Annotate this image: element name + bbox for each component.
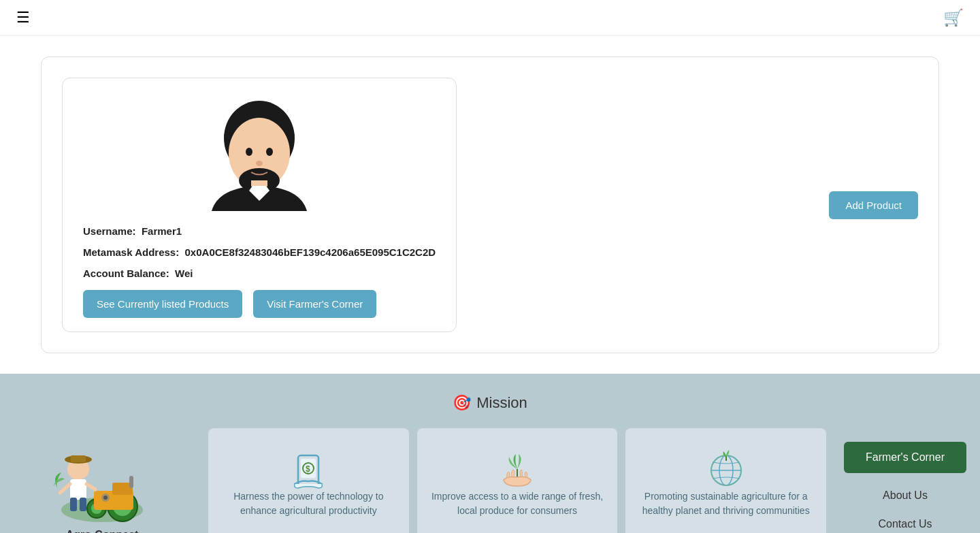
metamask-value: 0x0A0CE8f32483046bEF139c4206a65E095C1C2C… <box>185 246 436 258</box>
svg-point-4 <box>246 148 252 156</box>
balance-row: Account Balance: Wei <box>83 268 436 279</box>
username-value: Farmer1 <box>142 225 182 237</box>
username-row: Username: Farmer1 <box>83 225 436 237</box>
mission-icon-3 <box>706 449 747 489</box>
mission-section: 🎯 Mission <box>0 374 980 533</box>
about-us-link[interactable]: About Us <box>844 484 966 507</box>
svg-text:$: $ <box>306 464 310 474</box>
contact-us-link[interactable]: Contact Us <box>844 513 966 533</box>
main-content: Username: Farmer1 Metamask Address: 0x0A… <box>0 36 980 374</box>
svg-line-21 <box>86 484 95 489</box>
mission-card-2: Improve access to a wide range of fresh,… <box>417 428 618 533</box>
agro-logo-illustration <box>48 442 157 523</box>
visit-farmers-corner-button[interactable]: Visit Farmer's Corner <box>253 290 376 318</box>
metamask-label: Metamask Address: <box>83 246 179 258</box>
mission-label: Mission <box>476 394 527 412</box>
see-products-button[interactable]: See Currently listed Products <box>83 290 242 318</box>
svg-rect-23 <box>80 498 86 511</box>
metamask-row: Metamask Address: 0x0A0CE8f32483046bEF13… <box>83 246 436 258</box>
profile-info: Username: Farmer1 Metamask Address: 0x0A… <box>83 225 436 279</box>
hamburger-icon[interactable]: ☰ <box>16 9 30 27</box>
farmers-corner-button[interactable]: Farmer's Corner <box>844 442 966 473</box>
svg-rect-15 <box>129 476 133 488</box>
svg-line-20 <box>60 484 70 493</box>
app-name-label: Agro-Connect <box>66 529 139 533</box>
mission-card-3: Promoting sustainable agriculture for a … <box>625 428 826 533</box>
action-buttons: See Currently listed Products Visit Farm… <box>83 290 436 318</box>
logo-column: Agro-Connect <box>0 428 204 533</box>
balance-value: Wei <box>175 268 193 279</box>
mission-card-3-text: Promoting sustainable agriculture for a … <box>639 489 813 518</box>
svg-point-6 <box>256 161 263 166</box>
svg-point-5 <box>266 148 273 156</box>
target-icon: 🎯 <box>453 394 471 412</box>
svg-rect-19 <box>70 479 86 500</box>
mission-card-1: $ Harness the power of technology to enh… <box>208 428 409 533</box>
avatar-container <box>83 92 436 214</box>
balance-label: Account Balance: <box>83 268 169 279</box>
footer-links-column: Farmer's Corner About Us Contact Us <box>830 428 980 533</box>
profile-card: Username: Farmer1 Metamask Address: 0x0A… <box>62 78 457 332</box>
avatar <box>198 92 321 214</box>
mission-cards-row: Agro-Connect $ Harness the power of tech… <box>0 428 980 533</box>
header: ☰ 🛒 <box>0 0 980 36</box>
profile-section: Username: Farmer1 Metamask Address: 0x0A… <box>41 56 939 353</box>
mission-card-1-text: Harness the power of technology to enhan… <box>222 489 395 518</box>
cart-icon[interactable]: 🛒 <box>943 8 964 27</box>
mission-icon-2 <box>497 449 538 489</box>
username-label: Username: <box>83 225 136 237</box>
mission-title: 🎯 Mission <box>0 394 980 412</box>
mission-card-2-text: Improve access to a wide range of fresh,… <box>431 489 604 518</box>
add-product-button[interactable]: Add Product <box>829 191 918 219</box>
svg-rect-18 <box>71 455 86 462</box>
svg-rect-22 <box>70 498 77 511</box>
mission-icon-1: $ <box>288 449 329 489</box>
svg-point-25 <box>103 496 108 500</box>
